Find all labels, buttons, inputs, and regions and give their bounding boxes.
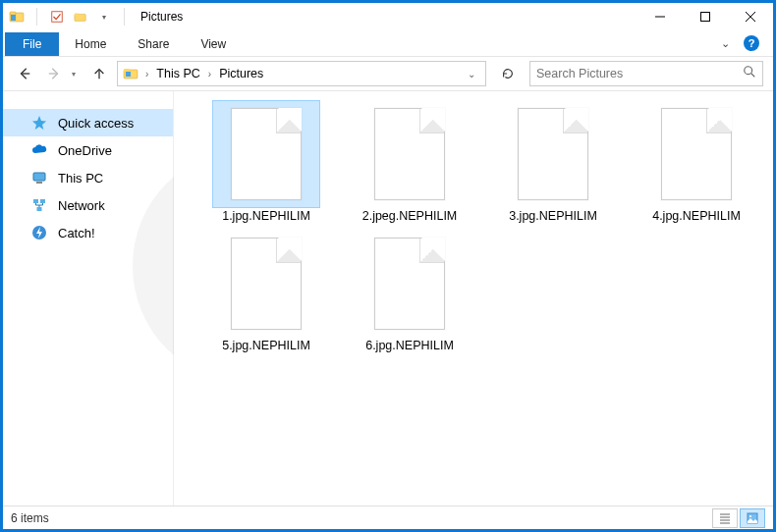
details-view-button[interactable]: [712, 508, 738, 528]
svg-rect-6: [11, 15, 16, 21]
body: Quick access OneDrive This PC Network Ca…: [3, 91, 773, 505]
back-button[interactable]: [13, 62, 36, 85]
sidebar-item-network[interactable]: Network: [3, 191, 173, 219]
address-bar[interactable]: › This PC › Pictures ⌄: [117, 61, 486, 86]
file-thumbnail: [643, 101, 749, 207]
help-icon[interactable]: ?: [744, 35, 759, 51]
sidebar-item-label: Network: [58, 198, 105, 213]
window-title: Pictures: [140, 10, 183, 24]
history-dropdown-icon[interactable]: ▾: [72, 70, 82, 79]
blank-file-icon: [661, 108, 732, 200]
file-name: 2.jpeg.NEPHILIM: [343, 209, 476, 223]
tab-view[interactable]: View: [185, 32, 242, 56]
file-thumbnail: [213, 101, 319, 207]
thumbnails-view-button[interactable]: [740, 508, 765, 528]
forward-button[interactable]: [42, 62, 66, 85]
svg-rect-24: [33, 199, 38, 203]
navigation-bar: ▾ › This PC › Pictures ⌄: [3, 56, 773, 91]
address-dropdown-icon[interactable]: ⌄: [468, 69, 481, 80]
svg-rect-9: [75, 14, 79, 17]
explorer-window: PC risk .com ▾ Pictures File Home Share …: [0, 0, 776, 532]
svg-rect-25: [40, 199, 45, 203]
file-item[interactable]: 3.jpg.NEPHILIM: [484, 101, 622, 223]
ribbon-tabs: File Home Share View ⌄ ?: [3, 30, 773, 56]
file-item[interactable]: 2.jpeg.NEPHILIM: [341, 101, 478, 223]
blank-file-icon: [231, 238, 302, 330]
titlebar: ▾ Pictures: [3, 3, 773, 30]
sidebar-item-quick-access[interactable]: Quick access: [3, 109, 173, 136]
file-item[interactable]: 4.jpg.NEPHILIM: [628, 101, 765, 223]
svg-rect-7: [52, 12, 63, 23]
chevron-right-icon[interactable]: ›: [143, 69, 150, 80]
close-button[interactable]: [728, 3, 773, 30]
sidebar-item-catch[interactable]: Catch!: [3, 219, 173, 246]
file-item[interactable]: 6.jpg.NEPHILIM: [341, 231, 478, 352]
separator: [124, 8, 125, 26]
tab-file[interactable]: File: [5, 32, 59, 56]
file-name: 4.jpg.NEPHILIM: [630, 209, 763, 223]
status-bar: 6 items: [3, 505, 773, 529]
new-folder-icon[interactable]: [73, 9, 88, 25]
folder-icon: [9, 9, 25, 25]
sidebar-item-label: Quick access: [58, 116, 134, 131]
svg-rect-23: [36, 182, 42, 184]
sidebar-item-label: This PC: [58, 171, 103, 186]
item-count: 6 items: [11, 511, 49, 525]
blank-file-icon: [231, 108, 302, 200]
maximize-button[interactable]: [683, 3, 728, 30]
svg-point-20: [745, 67, 752, 75]
refresh-button[interactable]: [494, 61, 522, 86]
separator: [36, 8, 37, 26]
qat-dropdown-icon[interactable]: ▾: [96, 9, 112, 25]
svg-rect-19: [126, 72, 131, 77]
svg-rect-26: [37, 207, 42, 211]
sidebar-item-label: Catch!: [58, 226, 95, 240]
search-box[interactable]: [529, 61, 763, 86]
star-icon: [30, 114, 48, 132]
quick-access-toolbar: ▾ Pictures: [3, 8, 183, 26]
file-item[interactable]: 5.jpg.NEPHILIM: [197, 231, 335, 352]
file-grid: 1.jpg.NEPHILIM 2.jpeg.NEPHILIM 3.jpg.NEP…: [197, 101, 765, 352]
sidebar-item-this-pc[interactable]: This PC: [3, 164, 173, 191]
search-icon[interactable]: [743, 65, 756, 82]
file-list: 1.jpg.NEPHILIM 2.jpeg.NEPHILIM 3.jpg.NEP…: [174, 91, 773, 505]
breadcrumb-pictures[interactable]: Pictures: [217, 67, 265, 80]
chevron-right-icon[interactable]: ›: [206, 69, 213, 80]
expand-ribbon-icon[interactable]: ⌄: [721, 37, 730, 50]
pictures-folder-icon: [122, 65, 139, 82]
svg-point-33: [749, 515, 751, 517]
svg-line-21: [751, 74, 755, 78]
sidebar-item-label: OneDrive: [58, 143, 112, 158]
sidebar-item-onedrive[interactable]: OneDrive: [3, 136, 173, 164]
file-thumbnail: [357, 231, 463, 337]
blank-file-icon: [518, 108, 588, 200]
breadcrumb-this-pc[interactable]: This PC: [154, 67, 201, 80]
file-name: 5.jpg.NEPHILIM: [199, 339, 333, 352]
network-icon: [30, 196, 48, 214]
svg-rect-5: [10, 12, 16, 15]
blank-file-icon: [374, 238, 445, 330]
minimize-button[interactable]: [637, 3, 683, 30]
file-name: 6.jpg.NEPHILIM: [343, 339, 476, 352]
navigation-pane: Quick access OneDrive This PC Network Ca…: [3, 91, 174, 505]
tab-home[interactable]: Home: [59, 32, 122, 56]
cloud-icon: [30, 141, 48, 159]
file-name: 3.jpg.NEPHILIM: [486, 209, 620, 223]
file-name: 1.jpg.NEPHILIM: [199, 209, 333, 223]
bolt-icon: [30, 224, 48, 241]
file-thumbnail: [213, 231, 319, 337]
tab-share[interactable]: Share: [122, 32, 185, 56]
up-button[interactable]: [87, 62, 111, 85]
search-input[interactable]: [536, 67, 743, 80]
file-item[interactable]: 1.jpg.NEPHILIM: [197, 101, 335, 223]
svg-rect-11: [701, 13, 710, 22]
blank-file-icon: [374, 108, 445, 200]
svg-rect-18: [124, 69, 130, 72]
computer-icon: [30, 169, 48, 186]
file-thumbnail: [500, 101, 606, 207]
properties-icon[interactable]: [49, 9, 65, 25]
svg-rect-22: [33, 173, 45, 181]
file-thumbnail: [357, 101, 463, 207]
